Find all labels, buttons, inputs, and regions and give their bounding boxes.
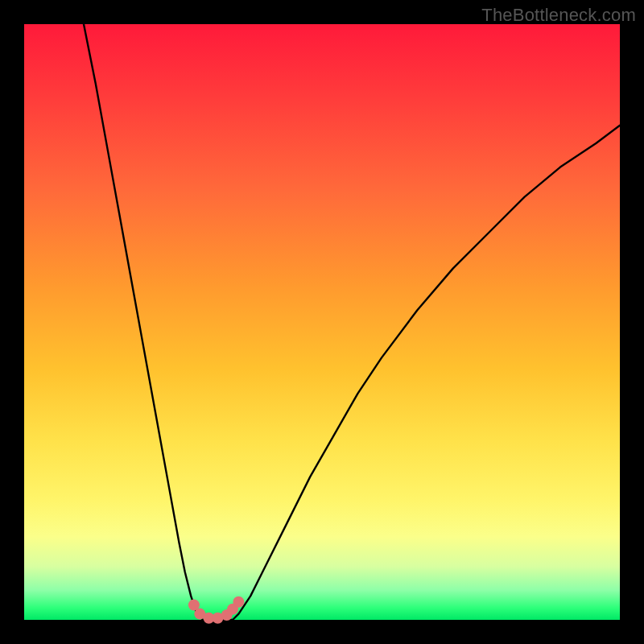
valley-dot	[233, 597, 244, 608]
valley-dots	[188, 597, 245, 624]
curve-svg	[24, 24, 620, 620]
curve-line	[84, 24, 620, 620]
watermark-label: TheBottleneck.com	[481, 5, 636, 26]
chart-frame: TheBottleneck.com	[0, 0, 644, 644]
plot-area	[24, 24, 620, 620]
